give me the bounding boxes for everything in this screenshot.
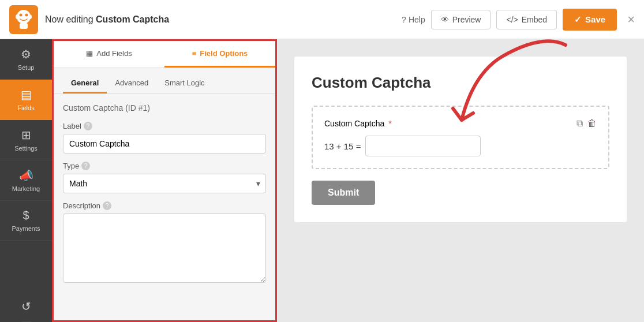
sliders-icon: ⊞ [21, 128, 31, 142]
grid-icon: ▦ [86, 49, 93, 58]
eye-icon: 👁 [441, 15, 449, 24]
form-title: Custom Captcha [312, 74, 609, 92]
sidebar-item-setup[interactable]: ⚙ Setup [0, 39, 52, 80]
description-field-label: Description ? [63, 201, 266, 210]
options-icon: ≡ [192, 49, 197, 58]
svg-rect-6 [20, 23, 28, 29]
captcha-field-label: Custom Captcha * [324, 119, 392, 128]
label-input[interactable] [63, 134, 266, 153]
panel-content: Custom Captcha (ID #1) Label ? Type ? M [54, 94, 275, 320]
code-icon: </> [506, 15, 518, 24]
type-select[interactable]: Math Question and Answer [63, 174, 266, 193]
captcha-field-actions: ⧉ 🗑 [576, 118, 597, 129]
type-help-icon[interactable]: ? [81, 162, 90, 170]
question-icon: ? [402, 15, 406, 24]
close-button[interactable]: × [627, 12, 635, 27]
sidebar-item-payments[interactable]: $ Payments [0, 201, 52, 241]
embed-button[interactable]: </> Embed [496, 10, 557, 29]
topbar-actions: ? Help 👁 Preview </> Embed ✓ Save × [402, 9, 635, 31]
topbar-title: Now editing Custom Captcha [45, 14, 395, 25]
label-field-group: Label ? [63, 122, 266, 153]
sub-tab-general[interactable]: General [63, 74, 107, 93]
label-help-icon[interactable]: ? [84, 122, 92, 130]
svg-point-5 [28, 14, 32, 19]
check-icon: ✓ [574, 14, 582, 25]
dollar-icon: $ [23, 209, 29, 222]
captcha-delete-button[interactable]: 🗑 [587, 118, 597, 129]
type-field-group: Type ? Math Question and Answer ▾ [63, 162, 266, 193]
type-select-wrap: Math Question and Answer ▾ [63, 174, 266, 193]
type-field-label: Type ? [63, 162, 266, 170]
main-layout: ⚙ Setup ▤ Fields ⊞ Settings 📣 Marketing … [0, 39, 644, 322]
description-field-group: Description ? [63, 201, 266, 284]
captcha-equation: 13 + 15 = [324, 136, 597, 156]
sidebar-item-marketing[interactable]: 📣 Marketing [0, 160, 52, 201]
description-textarea[interactable] [63, 214, 266, 283]
fields-icon: ▤ [21, 88, 32, 102]
svg-point-2 [20, 13, 23, 16]
help-button[interactable]: ? Help [402, 15, 425, 24]
megaphone-icon: 📣 [19, 169, 33, 182]
history-icon: ↺ [21, 299, 31, 313]
field-section-title: Custom Captcha (ID #1) [63, 103, 266, 113]
gear-icon: ⚙ [21, 47, 31, 61]
captcha-answer-input[interactable] [365, 136, 481, 156]
captcha-field-header: Custom Captcha * ⧉ 🗑 [324, 118, 597, 129]
svg-point-4 [16, 14, 19, 19]
sidebar-bottom: ↺ [21, 291, 31, 322]
sub-tabs: General Advanced Smart Logic [54, 68, 275, 94]
form-preview: Custom Captcha Custom Captcha * ⧉ 🗑 13 +… [294, 57, 627, 222]
app-logo [9, 5, 38, 34]
preview-button[interactable]: 👁 Preview [431, 10, 491, 29]
tab-field-options[interactable]: ≡ Field Options [164, 41, 275, 68]
sub-tab-advanced[interactable]: Advanced [107, 74, 156, 93]
tab-add-fields[interactable]: ▦ Add Fields [54, 41, 164, 68]
sidebar: ⚙ Setup ▤ Fields ⊞ Settings 📣 Marketing … [0, 39, 52, 322]
label-field-label: Label ? [63, 122, 266, 130]
required-mark: * [388, 119, 391, 128]
sidebar-item-fields[interactable]: ▤ Fields [0, 80, 52, 120]
panel-tabs: ▦ Add Fields ≡ Field Options [54, 41, 275, 68]
svg-point-3 [25, 13, 28, 16]
sidebar-item-settings[interactable]: ⊞ Settings [0, 120, 52, 160]
save-button[interactable]: ✓ Save [563, 9, 617, 31]
captcha-copy-button[interactable]: ⧉ [576, 118, 583, 129]
field-options-panel: ▦ Add Fields ≡ Field Options General Adv… [52, 39, 277, 322]
captcha-field[interactable]: Custom Captcha * ⧉ 🗑 13 + 15 = [312, 106, 609, 169]
sub-tab-smart-logic[interactable]: Smart Logic [156, 74, 212, 93]
submit-button[interactable]: Submit [312, 181, 375, 205]
preview-area: Custom Captcha Custom Captcha * ⧉ 🗑 13 +… [277, 39, 644, 322]
sidebar-item-history[interactable]: ↺ [21, 291, 31, 322]
topbar: Now editing Custom Captcha ? Help 👁 Prev… [0, 0, 644, 39]
description-help-icon[interactable]: ? [103, 201, 111, 210]
